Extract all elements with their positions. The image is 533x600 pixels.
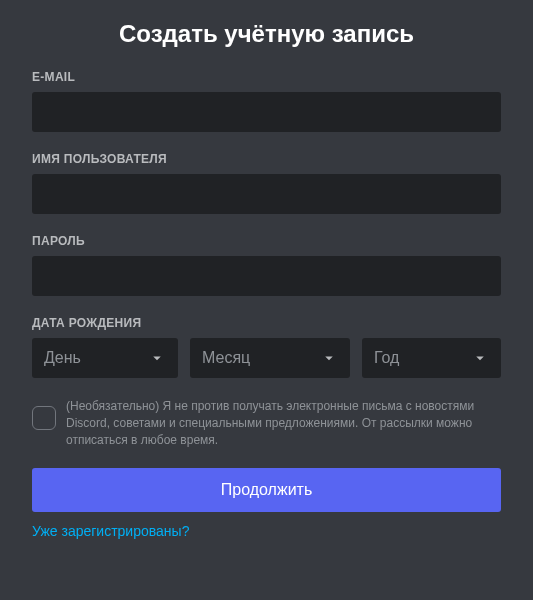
chevron-down-icon [320,349,338,367]
email-label: E-MAIL [32,70,501,84]
dob-day-placeholder: День [44,349,81,367]
dob-month-select[interactable]: Месяц [190,338,350,378]
dob-group: ДАТА РОЖДЕНИЯ День Месяц Год [32,316,501,378]
email-group: E-MAIL [32,70,501,132]
already-registered-link[interactable]: Уже зарегистрированы? [32,523,189,539]
page-title: Создать учётную запись [32,20,501,48]
password-field[interactable] [32,256,501,296]
dob-label: ДАТА РОЖДЕНИЯ [32,316,501,330]
dob-day-select[interactable]: День [32,338,178,378]
marketing-text: (Необязательно) Я не против получать эле… [66,398,501,448]
username-label: ИМЯ ПОЛЬЗОВАТЕЛЯ [32,152,501,166]
marketing-optin-row: (Необязательно) Я не против получать эле… [32,398,501,448]
chevron-down-icon [471,349,489,367]
marketing-checkbox[interactable] [32,406,56,430]
chevron-down-icon [148,349,166,367]
password-label: ПАРОЛЬ [32,234,501,248]
username-group: ИМЯ ПОЛЬЗОВАТЕЛЯ [32,152,501,214]
dob-row: День Месяц Год [32,338,501,378]
email-field[interactable] [32,92,501,132]
username-field[interactable] [32,174,501,214]
dob-month-placeholder: Месяц [202,349,250,367]
password-group: ПАРОЛЬ [32,234,501,296]
continue-button[interactable]: Продолжить [32,468,501,512]
dob-year-select[interactable]: Год [362,338,501,378]
dob-year-placeholder: Год [374,349,399,367]
